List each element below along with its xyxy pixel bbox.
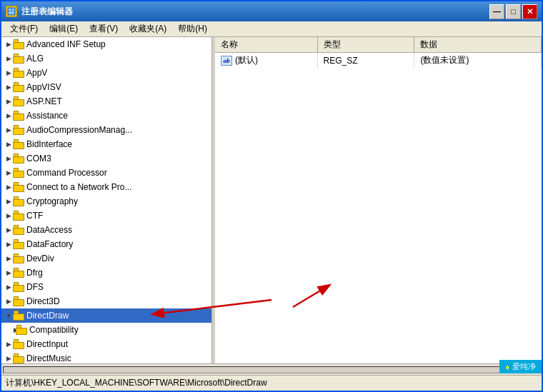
tree-item-appv[interactable]: ▶AppV <box>1 66 211 80</box>
tree-item-assistance[interactable]: ▶Assistance <box>1 109 211 123</box>
tree-item-direct3d[interactable]: ▶Direct3D <box>1 294 211 308</box>
tree-item-alg[interactable]: ▶ALG <box>1 51 211 66</box>
expand-arrow-audiocompressionmgr[interactable]: ▶ <box>1 123 13 137</box>
expand-arrow-ctf[interactable]: ▶ <box>1 208 13 223</box>
tree-label-com3: COM3 <box>26 154 51 164</box>
folder-icon-dataaccess <box>13 225 24 235</box>
reg-type-cell: REG_SZ <box>317 53 414 69</box>
folder-icon-bidinterface <box>13 139 24 149</box>
expand-arrow-direct3d[interactable]: ▶ <box>1 294 13 308</box>
content-area: ▶Advanced INF Setup▶ALG▶AppV▶AppVISV▶ASP… <box>1 37 542 375</box>
menu-bar: 文件(F) 编辑(E) 查看(V) 收藏夹(A) 帮助(H) <box>1 21 542 37</box>
expand-arrow-cryptography[interactable]: ▶ <box>1 194 13 208</box>
tree-label-dfrg: Dfrg <box>26 268 43 278</box>
tree-item-dfrg[interactable]: ▶Dfrg <box>1 266 211 280</box>
menu-edit[interactable]: 编辑(E) <box>44 21 84 36</box>
folder-icon-command-processor <box>13 168 24 178</box>
tree-label-appv: AppV <box>26 68 47 78</box>
tree-item-directdraw[interactable]: ▼DirectDraw <box>1 308 211 323</box>
folder-icon-directinput <box>13 339 24 349</box>
expand-arrow-dfrg[interactable]: ▶ <box>1 266 13 280</box>
tree-label-dfs: DFS <box>26 282 44 292</box>
tree-item-dfs[interactable]: ▶DFS <box>1 280 211 294</box>
col-name: 名称 <box>215 37 317 53</box>
window-icon <box>6 6 17 17</box>
folder-icon-directdraw <box>13 311 24 321</box>
close-button[interactable]: ✕ <box>522 4 537 19</box>
tree-item-appvisv[interactable]: ▶AppVISV <box>1 80 211 94</box>
watermark-text: 爱纯净 <box>512 361 536 372</box>
tree-label-cryptography: Cryptography <box>26 196 78 206</box>
reg-type-icon: ab <box>221 56 232 66</box>
expand-arrow-datafactory[interactable]: ▶ <box>1 237 13 251</box>
expand-arrow-directdraw[interactable]: ▼ <box>1 308 13 323</box>
tree-label-datafactory: DataFactory <box>26 239 73 249</box>
tree-scroll-area[interactable]: ▶Advanced INF Setup▶ALG▶AppV▶AppVISV▶ASP… <box>1 37 211 363</box>
tree-item-devdiv[interactable]: ▶DevDiv <box>1 251 211 266</box>
expand-arrow-appv[interactable]: ▶ <box>1 66 13 80</box>
tree-item-dataaccess[interactable]: ▶DataAccess <box>1 223 211 237</box>
expand-arrow-compatibility[interactable]: ▶ <box>1 323 16 337</box>
col-type: 类型 <box>317 37 414 53</box>
reg-name-cell: ab(默认) <box>215 53 317 69</box>
folder-icon-advanced-inf-setup <box>13 39 24 49</box>
expand-arrow-directinput[interactable]: ▶ <box>1 337 13 351</box>
expand-arrow-aspnet[interactable]: ▶ <box>1 94 13 109</box>
menu-file[interactable]: 文件(F) <box>4 21 44 36</box>
tree-item-com3[interactable]: ▶COM3 <box>1 151 211 166</box>
expand-arrow-alg[interactable]: ▶ <box>1 51 13 66</box>
tree-item-advanced-inf-setup[interactable]: ▶Advanced INF Setup <box>1 37 211 51</box>
expand-arrow-com3[interactable]: ▶ <box>1 151 13 166</box>
expand-arrow-assistance[interactable]: ▶ <box>1 109 13 123</box>
folder-icon-direct3d <box>13 296 24 306</box>
tree-item-connect-network[interactable]: ▶Connect to a Network Pro... <box>1 180 211 194</box>
minimize-button[interactable]: — <box>489 4 504 19</box>
expand-arrow-connect-network[interactable]: ▶ <box>1 180 13 194</box>
tree-label-connect-network: Connect to a Network Pro... <box>26 182 131 192</box>
folder-icon-datafactory <box>13 239 24 249</box>
menu-favorites[interactable]: 收藏夹(A) <box>124 21 172 36</box>
tree-label-audiocompressionmgr: AudioCompressionManag... <box>26 125 132 135</box>
expand-arrow-devdiv[interactable]: ▶ <box>1 251 13 266</box>
horizontal-scrollbar[interactable] <box>1 363 542 375</box>
expand-arrow-appvisv[interactable]: ▶ <box>1 80 13 94</box>
tree-item-compatibility[interactable]: ▶Compatibility <box>1 323 211 337</box>
menu-help[interactable]: 帮助(H) <box>172 21 213 36</box>
maximize-button[interactable]: □ <box>506 4 521 19</box>
tree-item-datafactory[interactable]: ▶DataFactory <box>1 237 211 251</box>
tree-label-ctf: CTF <box>26 211 43 221</box>
tree-item-command-processor[interactable]: ▶Command Processor <box>1 166 211 180</box>
watermark-logo: ♦ <box>505 363 509 371</box>
folder-icon-devdiv <box>13 253 24 263</box>
panels-row: ▶Advanced INF Setup▶ALG▶AppV▶AppVISV▶ASP… <box>1 37 542 363</box>
table-row[interactable]: ab(默认)REG_SZ(数值未设置) <box>215 53 542 69</box>
tree-item-cryptography[interactable]: ▶Cryptography <box>1 194 211 208</box>
folder-icon-cryptography <box>13 196 24 206</box>
folder-icon-appvisv <box>13 82 24 92</box>
expand-arrow-directmusic[interactable]: ▶ <box>1 351 13 363</box>
expand-arrow-dfs[interactable]: ▶ <box>1 280 13 294</box>
expand-arrow-command-processor[interactable]: ▶ <box>1 166 13 180</box>
tree-label-directmusic: DirectMusic <box>26 353 71 363</box>
tree-item-bidinterface[interactable]: ▶BidInterface <box>1 137 211 151</box>
tree-label-direct3d: Direct3D <box>26 296 60 306</box>
tree-item-directinput[interactable]: ▶DirectInput <box>1 337 211 351</box>
menu-view[interactable]: 查看(V) <box>84 21 124 36</box>
folder-icon-ctf <box>13 211 24 221</box>
expand-arrow-dataaccess[interactable]: ▶ <box>1 223 13 237</box>
svg-rect-3 <box>9 11 14 14</box>
expand-arrow-bidinterface[interactable]: ▶ <box>1 137 13 151</box>
tree-item-aspnet[interactable]: ▶ASP.NET <box>1 94 211 109</box>
expand-arrow-advanced-inf-setup[interactable]: ▶ <box>1 37 13 51</box>
tree-label-directdraw: DirectDraw <box>26 311 69 321</box>
folder-icon-directmusic <box>13 353 24 363</box>
watermark: ♦ 爱纯净 <box>499 360 542 373</box>
status-bar: 计算机\HKEY_LOCAL_MACHINE\SOFTWARE\Microsof… <box>1 375 542 391</box>
tree-item-audiocompressionmgr[interactable]: ▶AudioCompressionManag... <box>1 123 211 137</box>
svg-rect-1 <box>9 9 11 11</box>
registry-path: 计算机\HKEY_LOCAL_MACHINE\SOFTWARE\Microsof… <box>6 377 267 389</box>
tree-item-directmusic[interactable]: ▶DirectMusic <box>1 351 211 363</box>
folder-icon-connect-network <box>13 182 24 192</box>
tree-item-ctf[interactable]: ▶CTF <box>1 208 211 223</box>
title-bar: 注册表编辑器 — □ ✕ <box>1 1 542 21</box>
